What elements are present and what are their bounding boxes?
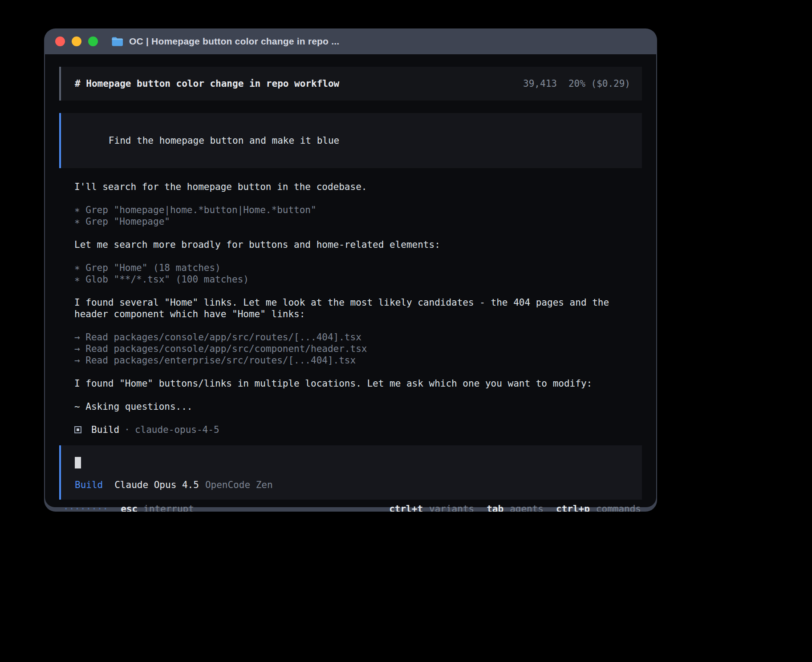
- shortcut-agents-key: tab: [487, 503, 503, 512]
- terminal-window: OC | Homepage button color change in rep…: [44, 28, 657, 512]
- tool-call-line: ∗ Grep "homepage|home.*button|Home.*butt…: [74, 204, 642, 216]
- assistant-text-broaden: Let me search more broadly for buttons a…: [74, 239, 642, 250]
- traffic-lights: [55, 36, 98, 46]
- shortcut-commands-label: commands: [596, 503, 641, 512]
- session-header: # Homepage button color change in repo w…: [59, 67, 642, 101]
- read-call-group: → Read packages/console/app/src/routes/[…: [74, 331, 642, 366]
- read-line: → Read packages/console/app/src/routes/[…: [74, 331, 642, 343]
- read-line: → Read packages/enterprise/src/routes/[.…: [74, 355, 642, 366]
- session-meta: 39,413 20% ($0.29): [523, 78, 630, 89]
- titlebar: OC | Homepage button color change in rep…: [44, 28, 657, 54]
- tool-call-line: ∗ Grep "Homepage": [74, 216, 642, 227]
- assistant-text-intro: I'll search for the homepage button in t…: [74, 181, 642, 193]
- status-bar: ········ esc interrupt ctrl+t variants t…: [59, 503, 642, 512]
- shortcut-variants: ctrl+t variants: [389, 503, 474, 512]
- terminal-content: # Homepage button color change in repo w…: [45, 54, 656, 507]
- shortcut-esc-label: interrupt: [143, 503, 194, 512]
- shortcut-commands-key: ctrl+p: [556, 503, 590, 512]
- shortcut-variants-key: ctrl+t: [389, 503, 423, 512]
- user-message: Find the homepage button and make it blu…: [59, 113, 642, 168]
- transcript: I'll search for the homepage button in t…: [59, 181, 642, 436]
- agent-name: Build: [91, 424, 119, 436]
- text-cursor: [75, 457, 81, 468]
- agent-model: claude-opus-4-5: [135, 424, 219, 436]
- tool-call-group-2: ∗ Grep "Home" (18 matches) ∗ Glob "**/*.…: [74, 262, 642, 285]
- agent-separator: ·: [124, 424, 130, 436]
- status-bar-left: ········ esc interrupt: [63, 503, 194, 512]
- input-meta: Build Claude Opus 4.5 OpenCode Zen: [75, 479, 630, 491]
- shortcut-variants-label: variants: [429, 503, 474, 512]
- shortcut-agents: tab agents: [487, 503, 544, 512]
- agent-icon-dot: [77, 428, 79, 431]
- status-bar-right: ctrl+t variants tab agents ctrl+p comman…: [389, 503, 641, 512]
- zoom-button[interactable]: [88, 36, 98, 46]
- context-usage: 20% ($0.29): [568, 78, 630, 89]
- tool-call-group-1: ∗ Grep "homepage|home.*button|Home.*butt…: [74, 204, 642, 227]
- assistant-text-candidates: I found several "Home" links. Let me loo…: [74, 297, 642, 320]
- session-title: # Homepage button color change in repo w…: [75, 78, 339, 89]
- user-message-text: Find the homepage button and make it blu…: [109, 135, 339, 146]
- shortcut-esc-key: esc: [121, 503, 138, 512]
- close-button[interactable]: [55, 36, 65, 46]
- agent-icon: [74, 426, 81, 433]
- mode-label: Build: [75, 479, 103, 491]
- spinner-dots: ········: [63, 503, 108, 512]
- window-title: OC | Homepage button color change in rep…: [129, 36, 339, 47]
- minimize-button[interactable]: [72, 36, 81, 46]
- tool-call-line: ∗ Glob "**/*.tsx" (100 matches): [74, 274, 642, 285]
- read-line: → Read packages/console/app/src/componen…: [74, 343, 642, 355]
- assistant-text-ask: I found "Home" buttons/links in multiple…: [74, 378, 642, 389]
- model-label: Claude Opus 4.5: [114, 479, 199, 491]
- provider-label: OpenCode Zen: [205, 479, 273, 491]
- token-count: 39,413: [523, 78, 557, 89]
- shortcut-commands: ctrl+p commands: [556, 503, 641, 512]
- asking-status: ~ Asking questions...: [74, 401, 642, 412]
- prompt-input[interactable]: Build Claude Opus 4.5 OpenCode Zen: [59, 445, 642, 500]
- agent-status: Build · claude-opus-4-5: [74, 424, 642, 436]
- tool-call-line: ∗ Grep "Home" (18 matches): [74, 262, 642, 274]
- shortcut-agents-label: agents: [510, 503, 544, 512]
- folder-icon: [111, 36, 123, 46]
